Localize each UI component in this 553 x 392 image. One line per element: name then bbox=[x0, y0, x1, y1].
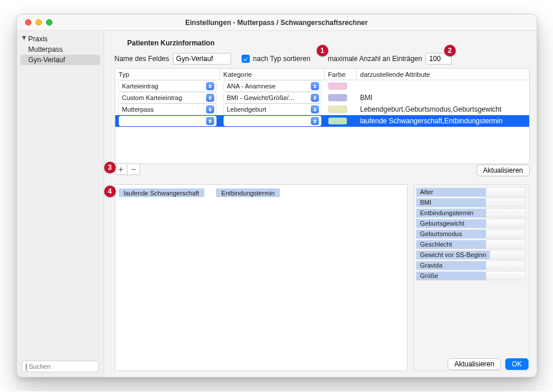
main-panel: Patienten Kurzinformation Name des Felde… bbox=[104, 31, 537, 377]
field-name-label: Name des Feldes bbox=[115, 55, 169, 63]
available-attribute[interactable]: Gravida bbox=[416, 261, 526, 270]
table-row[interactable]: KarteieintragANA - Anamnese bbox=[115, 80, 529, 92]
popup-knob-icon bbox=[206, 117, 214, 125]
th-typ[interactable]: Typ bbox=[115, 69, 220, 80]
titlebar: Einstellungen - Mutterpass / Schwangersc… bbox=[17, 15, 537, 31]
th-attribute[interactable]: darzustellende Attribute bbox=[357, 69, 529, 80]
tree-item-label: Gyn-Verlauf bbox=[29, 56, 65, 64]
ok-button[interactable]: OK bbox=[505, 358, 528, 370]
th-farbe[interactable]: Farbe bbox=[325, 69, 357, 80]
tree-item-gyn-verlauf[interactable]: Gyn-Verlauf bbox=[20, 55, 100, 65]
available-attribute[interactable]: BMI bbox=[416, 198, 526, 207]
callout-4: 4 bbox=[104, 186, 116, 197]
color-swatch[interactable] bbox=[328, 117, 347, 124]
table-body: KarteieintragANA - AnamneseCustom Kartei… bbox=[115, 80, 529, 163]
attr-text: Lebendgeburt,Geburtsmodus,Geburtsgewicht bbox=[360, 105, 502, 113]
available-attribute[interactable]: Gewicht vor SS-Beginn bbox=[416, 250, 526, 259]
available-attribute[interactable]: Alter bbox=[416, 187, 526, 197]
tree-item-label: Mutterpass bbox=[29, 45, 63, 54]
table-row[interactable]: Custom KarteieintragBMI - Gewicht/Größe/… bbox=[115, 92, 529, 104]
selected-attributes-pool[interactable]: laufende SchwangerschaftEntbindungstermi… bbox=[115, 184, 407, 371]
table-row[interactable]: Mutterpasslaufende Schwangers...laufende… bbox=[115, 115, 529, 127]
attr-text: laufende Schwangerschaft,Entbindungsterm… bbox=[360, 117, 503, 125]
th-kategorie[interactable]: Kategorie bbox=[220, 69, 325, 80]
callout-1: 1 bbox=[317, 45, 328, 56]
popup-knob-icon bbox=[206, 105, 214, 113]
callout-2: 2 bbox=[444, 45, 456, 56]
search-input[interactable] bbox=[29, 363, 109, 370]
popup-knob-icon bbox=[311, 94, 319, 102]
tree-item-mutterpass[interactable]: Mutterpass bbox=[20, 44, 100, 55]
color-swatch[interactable] bbox=[328, 83, 347, 90]
typ-popup[interactable]: Custom Karteieintrag bbox=[119, 92, 217, 103]
remove-row-button[interactable]: − bbox=[127, 163, 140, 175]
tree-root-praxis[interactable]: ▶ Praxis bbox=[20, 34, 100, 44]
popup-knob-icon bbox=[311, 117, 319, 125]
search-icon bbox=[26, 363, 27, 370]
popup-knob-icon bbox=[311, 105, 319, 113]
available-attribute[interactable]: Geschlecht bbox=[416, 240, 526, 249]
sidebar-tree: ▶ Praxis Mutterpass Gyn-Verlauf bbox=[17, 34, 104, 357]
chevron-down-icon: ▶ bbox=[22, 36, 27, 42]
available-attributes-list[interactable]: AlterBMIEntbindungsterminGeburtsgewichtG… bbox=[413, 184, 530, 371]
kategorie-popup[interactable]: BMI - Gewicht/Größe/... bbox=[224, 92, 321, 103]
available-attribute[interactable]: Entbindungstermin bbox=[416, 208, 526, 218]
settings-window: Einstellungen - Mutterpass / Schwangersc… bbox=[16, 14, 537, 377]
sort-by-type-label: nach Typ sortieren bbox=[253, 55, 311, 63]
typ-popup[interactable]: Mutterpass bbox=[119, 104, 217, 115]
popup-knob-icon bbox=[311, 82, 319, 90]
kategorie-popup[interactable]: laufende Schwangers... bbox=[224, 116, 321, 126]
attribute-chip[interactable]: Entbindungstermin bbox=[216, 188, 280, 197]
attr-text: BMI bbox=[360, 94, 373, 102]
field-name-input[interactable] bbox=[173, 53, 231, 65]
refresh-button[interactable]: Aktualisieren bbox=[448, 358, 501, 370]
tree-root-label: Praxis bbox=[29, 35, 48, 43]
attribute-chip[interactable]: laufende Schwangerschaft bbox=[119, 188, 205, 197]
section-title: Patienten Kurzinformation bbox=[127, 39, 530, 47]
popup-knob-icon bbox=[206, 94, 214, 102]
window-title: Einstellungen - Mutterpass / Schwangersc… bbox=[17, 19, 537, 27]
popup-knob-icon bbox=[206, 82, 214, 90]
available-attribute[interactable]: Größe bbox=[416, 271, 526, 280]
kategorie-popup[interactable]: ANA - Anamnese bbox=[224, 81, 321, 91]
table-header: Typ Kategorie Farbe darzustellende Attri… bbox=[115, 69, 529, 80]
color-swatch[interactable] bbox=[328, 106, 347, 113]
typ-popup[interactable]: Karteieintrag bbox=[119, 81, 217, 91]
available-attribute[interactable]: Geburtsgewicht bbox=[416, 219, 526, 228]
top-config-row: Name des Feldes nach Typ sortieren maxim… bbox=[115, 53, 530, 65]
color-swatch[interactable] bbox=[328, 94, 347, 101]
add-row-button[interactable]: + bbox=[115, 163, 127, 175]
config-table: Typ Kategorie Farbe darzustellende Attri… bbox=[115, 68, 530, 164]
max-entries-label: maximale Anzahl an Einträgen bbox=[328, 55, 422, 63]
typ-popup[interactable]: Mutterpass bbox=[119, 116, 217, 126]
add-remove-controls: + − bbox=[115, 163, 140, 175]
available-attribute[interactable]: Geburtsmodus bbox=[416, 229, 526, 238]
callout-3: 3 bbox=[104, 162, 116, 173]
footer-buttons: Aktualisieren OK bbox=[448, 358, 528, 370]
sidebar-search[interactable] bbox=[22, 361, 99, 372]
table-row[interactable]: MutterpassLebendgeburtLebendgeburt,Gebur… bbox=[115, 104, 529, 115]
sort-by-type-checkbox[interactable] bbox=[242, 55, 250, 63]
refresh-table-button[interactable]: Aktualisieren bbox=[477, 165, 530, 176]
sidebar: ▶ Praxis Mutterpass Gyn-Verlauf bbox=[17, 31, 104, 377]
kategorie-popup[interactable]: Lebendgeburt bbox=[224, 104, 321, 115]
